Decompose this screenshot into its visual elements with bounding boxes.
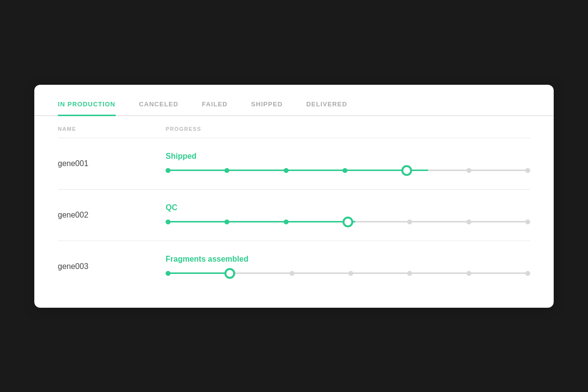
gene-name: gene001: [58, 159, 166, 168]
progress-area: Fragments assembled: [166, 255, 530, 278]
column-headers: NAME PROGRESS: [58, 116, 530, 138]
step-dot: [224, 220, 229, 224]
progress-label: QC: [166, 203, 530, 212]
step-dot: [525, 271, 530, 276]
tab-bar: IN PRODUCTION CANCELED FAILED SHIPPED DE…: [34, 85, 554, 116]
tab-failed[interactable]: FAILED: [202, 100, 227, 116]
table-row: gene002 QC: [58, 190, 530, 241]
production-table: NAME PROGRESS gene001 Shipped: [34, 116, 554, 308]
main-card: IN PRODUCTION CANCELED FAILED SHIPPED DE…: [34, 85, 554, 308]
progress-area: QC: [166, 203, 530, 227]
progress-label: Shipped: [166, 152, 530, 161]
step-dot: [466, 168, 471, 173]
step-dot: [525, 220, 530, 224]
step-dot: [284, 220, 289, 224]
gene-name: gene003: [58, 262, 166, 271]
tab-shipped[interactable]: SHIPPED: [251, 100, 283, 116]
progress-column-header: PROGRESS: [166, 126, 201, 132]
current-step-dot: [224, 268, 235, 279]
table-row: gene003 Fragments assembled: [58, 241, 530, 292]
step-dot: [466, 220, 471, 224]
tab-canceled[interactable]: CANCELED: [139, 100, 179, 116]
name-column-header: NAME: [58, 126, 166, 132]
step-dot: [284, 168, 289, 173]
tab-in-production[interactable]: IN PRODUCTION: [58, 100, 116, 116]
tab-delivered[interactable]: DELIVERED: [306, 100, 347, 116]
step-dot: [166, 168, 171, 173]
progress-label: Fragments assembled: [166, 255, 530, 264]
step-dot: [407, 271, 412, 276]
step-dot: [525, 168, 530, 173]
table-row: gene001 Shipped: [58, 138, 530, 190]
progress-track: [166, 269, 530, 278]
step-dot: [407, 220, 412, 224]
current-step-dot: [401, 165, 412, 176]
step-dot: [166, 271, 171, 276]
step-dot: [348, 271, 353, 276]
progress-area: Shipped: [166, 152, 530, 175]
step-dot: [166, 220, 171, 224]
progress-track: [166, 217, 530, 227]
current-step-dot: [343, 217, 353, 227]
step-dot: [224, 168, 229, 173]
step-dot: [466, 271, 471, 276]
step-dots: [166, 217, 530, 227]
step-dots: [166, 165, 530, 176]
step-dot: [343, 168, 347, 173]
progress-track: [166, 166, 530, 175]
step-dot: [290, 271, 294, 276]
step-dots: [166, 268, 530, 279]
gene-name: gene002: [58, 211, 166, 220]
